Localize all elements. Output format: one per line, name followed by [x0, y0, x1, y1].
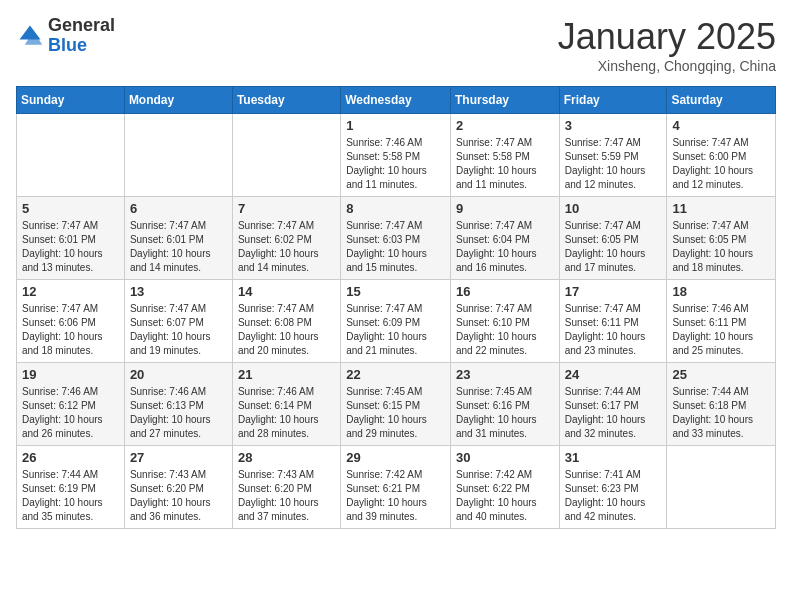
day-info: Sunrise: 7:47 AM Sunset: 5:59 PM Dayligh…: [565, 136, 662, 192]
day-header-friday: Friday: [559, 87, 667, 114]
logo-general-text: General: [48, 15, 115, 35]
day-info: Sunrise: 7:45 AM Sunset: 6:15 PM Dayligh…: [346, 385, 445, 441]
day-header-thursday: Thursday: [450, 87, 559, 114]
calendar-week-row: 1Sunrise: 7:46 AM Sunset: 5:58 PM Daylig…: [17, 114, 776, 197]
day-number: 27: [130, 450, 227, 465]
day-header-tuesday: Tuesday: [232, 87, 340, 114]
calendar-cell: 14Sunrise: 7:47 AM Sunset: 6:08 PM Dayli…: [232, 280, 340, 363]
day-info: Sunrise: 7:44 AM Sunset: 6:17 PM Dayligh…: [565, 385, 662, 441]
calendar-cell: 30Sunrise: 7:42 AM Sunset: 6:22 PM Dayli…: [450, 446, 559, 529]
calendar-cell: 7Sunrise: 7:47 AM Sunset: 6:02 PM Daylig…: [232, 197, 340, 280]
day-info: Sunrise: 7:47 AM Sunset: 6:05 PM Dayligh…: [565, 219, 662, 275]
day-number: 1: [346, 118, 445, 133]
calendar-cell: 11Sunrise: 7:47 AM Sunset: 6:05 PM Dayli…: [667, 197, 776, 280]
calendar-cell: 19Sunrise: 7:46 AM Sunset: 6:12 PM Dayli…: [17, 363, 125, 446]
calendar-cell: 5Sunrise: 7:47 AM Sunset: 6:01 PM Daylig…: [17, 197, 125, 280]
day-info: Sunrise: 7:47 AM Sunset: 6:10 PM Dayligh…: [456, 302, 554, 358]
day-info: Sunrise: 7:47 AM Sunset: 6:09 PM Dayligh…: [346, 302, 445, 358]
day-info: Sunrise: 7:47 AM Sunset: 5:58 PM Dayligh…: [456, 136, 554, 192]
day-number: 3: [565, 118, 662, 133]
calendar-cell: 16Sunrise: 7:47 AM Sunset: 6:10 PM Dayli…: [450, 280, 559, 363]
calendar-cell: 1Sunrise: 7:46 AM Sunset: 5:58 PM Daylig…: [341, 114, 451, 197]
day-info: Sunrise: 7:47 AM Sunset: 6:02 PM Dayligh…: [238, 219, 335, 275]
calendar-cell: 23Sunrise: 7:45 AM Sunset: 6:16 PM Dayli…: [450, 363, 559, 446]
calendar-cell: 25Sunrise: 7:44 AM Sunset: 6:18 PM Dayli…: [667, 363, 776, 446]
calendar-cell: 13Sunrise: 7:47 AM Sunset: 6:07 PM Dayli…: [124, 280, 232, 363]
day-info: Sunrise: 7:44 AM Sunset: 6:18 PM Dayligh…: [672, 385, 770, 441]
day-info: Sunrise: 7:46 AM Sunset: 6:11 PM Dayligh…: [672, 302, 770, 358]
day-info: Sunrise: 7:47 AM Sunset: 6:00 PM Dayligh…: [672, 136, 770, 192]
calendar-cell: 31Sunrise: 7:41 AM Sunset: 6:23 PM Dayli…: [559, 446, 667, 529]
day-number: 28: [238, 450, 335, 465]
calendar-cell: 12Sunrise: 7:47 AM Sunset: 6:06 PM Dayli…: [17, 280, 125, 363]
calendar-cell: 9Sunrise: 7:47 AM Sunset: 6:04 PM Daylig…: [450, 197, 559, 280]
day-number: 14: [238, 284, 335, 299]
calendar-title: January 2025: [558, 16, 776, 58]
calendar-cell: 24Sunrise: 7:44 AM Sunset: 6:17 PM Dayli…: [559, 363, 667, 446]
calendar-cell: [124, 114, 232, 197]
calendar-cell: [232, 114, 340, 197]
day-number: 13: [130, 284, 227, 299]
day-info: Sunrise: 7:44 AM Sunset: 6:19 PM Dayligh…: [22, 468, 119, 524]
day-header-sunday: Sunday: [17, 87, 125, 114]
day-number: 17: [565, 284, 662, 299]
calendar-week-row: 26Sunrise: 7:44 AM Sunset: 6:19 PM Dayli…: [17, 446, 776, 529]
calendar-cell: 4Sunrise: 7:47 AM Sunset: 6:00 PM Daylig…: [667, 114, 776, 197]
calendar-cell: 21Sunrise: 7:46 AM Sunset: 6:14 PM Dayli…: [232, 363, 340, 446]
day-number: 20: [130, 367, 227, 382]
day-number: 18: [672, 284, 770, 299]
day-number: 9: [456, 201, 554, 216]
day-header-saturday: Saturday: [667, 87, 776, 114]
calendar-subtitle: Xinsheng, Chongqing, China: [558, 58, 776, 74]
calendar-cell: 2Sunrise: 7:47 AM Sunset: 5:58 PM Daylig…: [450, 114, 559, 197]
day-number: 12: [22, 284, 119, 299]
day-info: Sunrise: 7:42 AM Sunset: 6:21 PM Dayligh…: [346, 468, 445, 524]
day-number: 22: [346, 367, 445, 382]
day-number: 16: [456, 284, 554, 299]
calendar-cell: 10Sunrise: 7:47 AM Sunset: 6:05 PM Dayli…: [559, 197, 667, 280]
day-header-monday: Monday: [124, 87, 232, 114]
calendar-cell: [17, 114, 125, 197]
day-number: 8: [346, 201, 445, 216]
calendar-cell: 27Sunrise: 7:43 AM Sunset: 6:20 PM Dayli…: [124, 446, 232, 529]
day-number: 23: [456, 367, 554, 382]
calendar-cell: 18Sunrise: 7:46 AM Sunset: 6:11 PM Dayli…: [667, 280, 776, 363]
day-info: Sunrise: 7:41 AM Sunset: 6:23 PM Dayligh…: [565, 468, 662, 524]
calendar-header-row: SundayMondayTuesdayWednesdayThursdayFrid…: [17, 87, 776, 114]
logo-blue-text: Blue: [48, 35, 87, 55]
day-number: 7: [238, 201, 335, 216]
day-info: Sunrise: 7:46 AM Sunset: 6:13 PM Dayligh…: [130, 385, 227, 441]
day-number: 19: [22, 367, 119, 382]
day-info: Sunrise: 7:47 AM Sunset: 6:01 PM Dayligh…: [130, 219, 227, 275]
calendar-week-row: 19Sunrise: 7:46 AM Sunset: 6:12 PM Dayli…: [17, 363, 776, 446]
day-info: Sunrise: 7:42 AM Sunset: 6:22 PM Dayligh…: [456, 468, 554, 524]
calendar-cell: 22Sunrise: 7:45 AM Sunset: 6:15 PM Dayli…: [341, 363, 451, 446]
day-number: 30: [456, 450, 554, 465]
calendar-cell: 17Sunrise: 7:47 AM Sunset: 6:11 PM Dayli…: [559, 280, 667, 363]
calendar-cell: 8Sunrise: 7:47 AM Sunset: 6:03 PM Daylig…: [341, 197, 451, 280]
day-info: Sunrise: 7:47 AM Sunset: 6:06 PM Dayligh…: [22, 302, 119, 358]
logo-icon: [16, 22, 44, 50]
day-number: 6: [130, 201, 227, 216]
calendar-cell: 28Sunrise: 7:43 AM Sunset: 6:20 PM Dayli…: [232, 446, 340, 529]
calendar-cell: 3Sunrise: 7:47 AM Sunset: 5:59 PM Daylig…: [559, 114, 667, 197]
calendar-cell: 26Sunrise: 7:44 AM Sunset: 6:19 PM Dayli…: [17, 446, 125, 529]
calendar-body: 1Sunrise: 7:46 AM Sunset: 5:58 PM Daylig…: [17, 114, 776, 529]
calendar-week-row: 12Sunrise: 7:47 AM Sunset: 6:06 PM Dayli…: [17, 280, 776, 363]
day-info: Sunrise: 7:47 AM Sunset: 6:05 PM Dayligh…: [672, 219, 770, 275]
day-info: Sunrise: 7:43 AM Sunset: 6:20 PM Dayligh…: [130, 468, 227, 524]
day-info: Sunrise: 7:47 AM Sunset: 6:03 PM Dayligh…: [346, 219, 445, 275]
calendar-cell: 20Sunrise: 7:46 AM Sunset: 6:13 PM Dayli…: [124, 363, 232, 446]
day-number: 4: [672, 118, 770, 133]
day-info: Sunrise: 7:47 AM Sunset: 6:11 PM Dayligh…: [565, 302, 662, 358]
day-number: 31: [565, 450, 662, 465]
day-info: Sunrise: 7:46 AM Sunset: 6:12 PM Dayligh…: [22, 385, 119, 441]
day-number: 21: [238, 367, 335, 382]
day-number: 24: [565, 367, 662, 382]
calendar-week-row: 5Sunrise: 7:47 AM Sunset: 6:01 PM Daylig…: [17, 197, 776, 280]
day-info: Sunrise: 7:47 AM Sunset: 6:01 PM Dayligh…: [22, 219, 119, 275]
day-info: Sunrise: 7:46 AM Sunset: 6:14 PM Dayligh…: [238, 385, 335, 441]
day-info: Sunrise: 7:47 AM Sunset: 6:08 PM Dayligh…: [238, 302, 335, 358]
calendar-cell: 15Sunrise: 7:47 AM Sunset: 6:09 PM Dayli…: [341, 280, 451, 363]
page-header: General Blue January 2025 Xinsheng, Chon…: [16, 16, 776, 74]
